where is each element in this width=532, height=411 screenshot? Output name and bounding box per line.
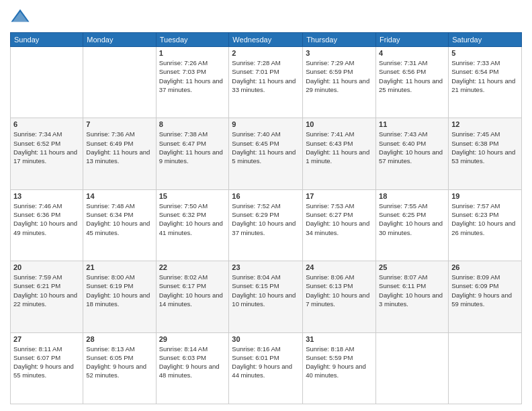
day-info: Sunrise: 8:14 AM Sunset: 6:03 PM Dayligh… (159, 345, 226, 380)
day-number: 9 (232, 120, 300, 128)
calendar-cell: 9Sunrise: 7:40 AM Sunset: 6:45 PM Daylig… (229, 118, 303, 189)
logo-icon (10, 7, 30, 27)
day-info: Sunrise: 7:31 AM Sunset: 6:56 PM Dayligh… (379, 58, 445, 94)
calendar-cell: 28Sunrise: 8:13 AM Sunset: 6:05 PM Dayli… (83, 332, 156, 404)
day-number: 12 (451, 120, 519, 128)
day-info: Sunrise: 8:00 AM Sunset: 6:19 PM Dayligh… (86, 273, 152, 308)
day-info: Sunrise: 8:09 AM Sunset: 6:09 PM Dayligh… (451, 273, 519, 308)
calendar-cell: 1Sunrise: 7:26 AM Sunset: 7:03 PM Daylig… (156, 47, 229, 118)
day-number: 4 (379, 49, 445, 57)
page: SundayMondayTuesdayWednesdayThursdayFrid… (0, 0, 532, 411)
day-number: 16 (232, 192, 300, 200)
day-of-week-header: Thursday (303, 33, 376, 47)
day-number: 22 (159, 263, 226, 271)
calendar-cell (376, 332, 449, 404)
day-number: 27 (13, 335, 80, 343)
day-info: Sunrise: 7:43 AM Sunset: 6:40 PM Dayligh… (379, 130, 445, 165)
day-info: Sunrise: 7:41 AM Sunset: 6:43 PM Dayligh… (306, 130, 373, 165)
calendar-cell: 29Sunrise: 8:14 AM Sunset: 6:03 PM Dayli… (156, 332, 229, 404)
day-info: Sunrise: 8:16 AM Sunset: 6:01 PM Dayligh… (232, 345, 300, 380)
calendar-cell: 6Sunrise: 7:34 AM Sunset: 6:52 PM Daylig… (11, 118, 83, 189)
day-info: Sunrise: 7:55 AM Sunset: 6:25 PM Dayligh… (379, 201, 445, 237)
calendar-cell: 16Sunrise: 7:52 AM Sunset: 6:29 PM Dayli… (229, 189, 303, 261)
calendar-week-row: 1Sunrise: 7:26 AM Sunset: 7:03 PM Daylig… (11, 47, 522, 118)
calendar-cell: 3Sunrise: 7:29 AM Sunset: 6:59 PM Daylig… (303, 47, 376, 118)
day-info: Sunrise: 7:52 AM Sunset: 6:29 PM Dayligh… (232, 201, 300, 237)
day-info: Sunrise: 7:50 AM Sunset: 6:32 PM Dayligh… (159, 201, 226, 237)
calendar-cell: 31Sunrise: 8:18 AM Sunset: 5:59 PM Dayli… (303, 332, 376, 404)
calendar-cell (83, 47, 156, 118)
day-number: 1 (159, 49, 226, 57)
day-info: Sunrise: 8:07 AM Sunset: 6:11 PM Dayligh… (379, 273, 445, 308)
calendar-cell: 12Sunrise: 7:45 AM Sunset: 6:38 PM Dayli… (449, 118, 522, 189)
day-number: 5 (451, 49, 519, 57)
day-number: 24 (306, 263, 373, 271)
day-info: Sunrise: 8:06 AM Sunset: 6:13 PM Dayligh… (306, 273, 373, 308)
calendar-cell: 4Sunrise: 7:31 AM Sunset: 6:56 PM Daylig… (376, 47, 449, 118)
day-of-week-header: Wednesday (229, 33, 303, 47)
day-info: Sunrise: 8:11 AM Sunset: 6:07 PM Dayligh… (13, 345, 80, 380)
calendar-cell: 23Sunrise: 8:04 AM Sunset: 6:15 PM Dayli… (229, 261, 303, 332)
day-info: Sunrise: 7:53 AM Sunset: 6:27 PM Dayligh… (306, 201, 373, 237)
calendar-week-row: 20Sunrise: 7:59 AM Sunset: 6:21 PM Dayli… (11, 261, 522, 332)
calendar-cell: 26Sunrise: 8:09 AM Sunset: 6:09 PM Dayli… (449, 261, 522, 332)
calendar-cell: 25Sunrise: 8:07 AM Sunset: 6:11 PM Dayli… (376, 261, 449, 332)
day-number: 31 (306, 335, 373, 343)
day-number: 2 (232, 49, 300, 57)
day-info: Sunrise: 8:13 AM Sunset: 6:05 PM Dayligh… (86, 345, 152, 380)
day-number: 14 (86, 192, 152, 200)
calendar-cell: 22Sunrise: 8:02 AM Sunset: 6:17 PM Dayli… (156, 261, 229, 332)
day-info: Sunrise: 7:36 AM Sunset: 6:49 PM Dayligh… (86, 130, 152, 165)
day-number: 8 (159, 120, 226, 128)
day-number: 26 (451, 263, 519, 271)
calendar-cell (449, 332, 522, 404)
day-info: Sunrise: 7:57 AM Sunset: 6:23 PM Dayligh… (451, 201, 519, 237)
day-of-week-header: Saturday (449, 33, 522, 47)
day-info: Sunrise: 7:45 AM Sunset: 6:38 PM Dayligh… (451, 130, 519, 165)
day-info: Sunrise: 8:02 AM Sunset: 6:17 PM Dayligh… (159, 273, 226, 308)
day-number: 7 (86, 120, 152, 128)
calendar-cell: 17Sunrise: 7:53 AM Sunset: 6:27 PM Dayli… (303, 189, 376, 261)
day-number: 19 (451, 192, 519, 200)
day-info: Sunrise: 7:38 AM Sunset: 6:47 PM Dayligh… (159, 130, 226, 165)
day-info: Sunrise: 7:29 AM Sunset: 6:59 PM Dayligh… (306, 58, 373, 94)
day-info: Sunrise: 8:04 AM Sunset: 6:15 PM Dayligh… (232, 273, 300, 308)
calendar-cell: 27Sunrise: 8:11 AM Sunset: 6:07 PM Dayli… (11, 332, 83, 404)
calendar-cell: 8Sunrise: 7:38 AM Sunset: 6:47 PM Daylig… (156, 118, 229, 189)
day-info: Sunrise: 8:18 AM Sunset: 5:59 PM Dayligh… (306, 345, 373, 380)
calendar-cell: 19Sunrise: 7:57 AM Sunset: 6:23 PM Dayli… (449, 189, 522, 261)
day-of-week-header: Friday (376, 33, 449, 47)
calendar-cell: 14Sunrise: 7:48 AM Sunset: 6:34 PM Dayli… (83, 189, 156, 261)
calendar-cell: 13Sunrise: 7:46 AM Sunset: 6:36 PM Dayli… (11, 189, 83, 261)
day-number: 25 (379, 263, 445, 271)
calendar-cell: 21Sunrise: 8:00 AM Sunset: 6:19 PM Dayli… (83, 261, 156, 332)
day-info: Sunrise: 7:40 AM Sunset: 6:45 PM Dayligh… (232, 130, 300, 165)
calendar-cell: 11Sunrise: 7:43 AM Sunset: 6:40 PM Dayli… (376, 118, 449, 189)
logo (10, 7, 33, 27)
day-number: 23 (232, 263, 300, 271)
day-info: Sunrise: 7:48 AM Sunset: 6:34 PM Dayligh… (86, 201, 152, 237)
day-number: 15 (159, 192, 226, 200)
calendar-cell: 30Sunrise: 8:16 AM Sunset: 6:01 PM Dayli… (229, 332, 303, 404)
day-number: 6 (13, 120, 80, 128)
calendar-cell (11, 47, 83, 118)
day-number: 20 (13, 263, 80, 271)
day-number: 29 (159, 335, 226, 343)
day-number: 28 (86, 335, 152, 343)
calendar-cell: 7Sunrise: 7:36 AM Sunset: 6:49 PM Daylig… (83, 118, 156, 189)
day-number: 11 (379, 120, 445, 128)
day-of-week-header: Sunday (11, 33, 83, 47)
calendar-cell: 2Sunrise: 7:28 AM Sunset: 7:01 PM Daylig… (229, 47, 303, 118)
calendar-header-row: SundayMondayTuesdayWednesdayThursdayFrid… (11, 33, 522, 47)
calendar-table: SundayMondayTuesdayWednesdayThursdayFrid… (10, 32, 522, 404)
calendar-week-row: 27Sunrise: 8:11 AM Sunset: 6:07 PM Dayli… (11, 332, 522, 404)
day-info: Sunrise: 7:28 AM Sunset: 7:01 PM Dayligh… (232, 58, 300, 94)
day-of-week-header: Monday (83, 33, 156, 47)
calendar-cell: 10Sunrise: 7:41 AM Sunset: 6:43 PM Dayli… (303, 118, 376, 189)
day-info: Sunrise: 7:59 AM Sunset: 6:21 PM Dayligh… (13, 273, 80, 308)
calendar-cell: 15Sunrise: 7:50 AM Sunset: 6:32 PM Dayli… (156, 189, 229, 261)
day-number: 10 (306, 120, 373, 128)
day-info: Sunrise: 7:34 AM Sunset: 6:52 PM Dayligh… (13, 130, 80, 165)
day-info: Sunrise: 7:46 AM Sunset: 6:36 PM Dayligh… (13, 201, 80, 237)
day-number: 21 (86, 263, 152, 271)
